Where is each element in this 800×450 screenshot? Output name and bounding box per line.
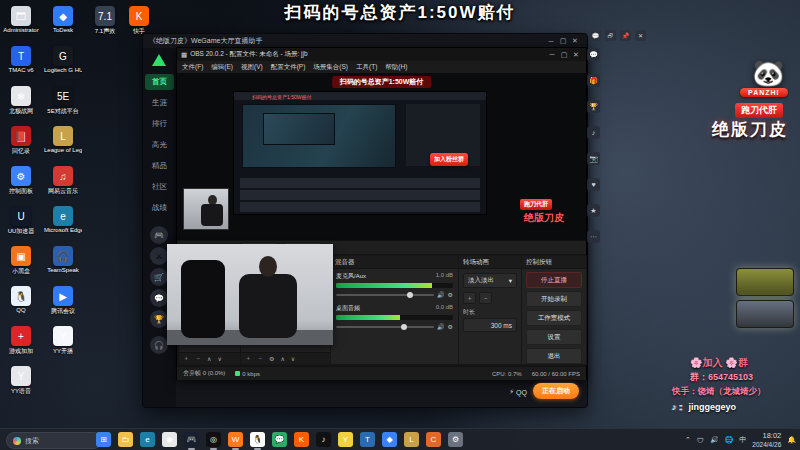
- desktop-icon-北极战网[interactable]: ❄北极战网: [2, 86, 40, 116]
- sidebar-item-精品[interactable]: 精品: [145, 158, 174, 174]
- add-scene-icon[interactable]: ＋: [183, 354, 189, 363]
- channel-settings-icon[interactable]: ⚙: [448, 323, 453, 330]
- volume-slider[interactable]: [336, 294, 434, 296]
- taskbar-icon-start[interactable]: ⊞: [96, 432, 111, 447]
- tray-shield-icon[interactable]: 🛡: [697, 437, 704, 444]
- source-up-icon[interactable]: ∧: [280, 355, 284, 362]
- app-titlebar[interactable]: 《绝版刀皮》WeGame大厅直播助手 ─ ▢ ✕: [143, 34, 587, 48]
- taskbar-clock[interactable]: 18:02 2024/4/26: [752, 432, 781, 448]
- tray-volume-icon[interactable]: 🔊: [710, 436, 719, 444]
- obs-minimize-icon[interactable]: ─: [546, 51, 558, 58]
- desktop-icon-网易云音乐[interactable]: ♫网易云音乐: [44, 166, 82, 196]
- desktop-icon-小黑盒[interactable]: ▣小黑盒: [2, 246, 40, 276]
- obs-control-button[interactable]: 开始录制: [526, 291, 582, 307]
- sidebar-item-排行[interactable]: 排行: [145, 116, 174, 132]
- transition-select[interactable]: 淡入淡出 ▾: [463, 273, 517, 288]
- taskbar-icon-todesk[interactable]: ◆: [382, 432, 397, 447]
- obs-menu-item[interactable]: 视图(V): [241, 63, 263, 72]
- taskbar-icon-yy[interactable]: Y: [338, 432, 353, 447]
- obs-close-icon[interactable]: ✕: [570, 51, 582, 59]
- add-transition-icon[interactable]: ＋: [463, 292, 476, 304]
- source-properties-icon[interactable]: ⚙: [269, 355, 274, 362]
- remove-scene-icon[interactable]: －: [195, 354, 201, 363]
- channel-settings-icon[interactable]: ⚙: [448, 291, 453, 298]
- desktop-icon-游戏加加[interactable]: +游戏加加: [2, 326, 40, 356]
- desktop-icon-Logitech G HUB[interactable]: GLogitech G HUB: [44, 46, 82, 73]
- app-close-icon[interactable]: ✕: [569, 37, 581, 45]
- chat-icon[interactable]: 💬: [150, 289, 168, 307]
- rank-icon[interactable]: 🏆: [587, 100, 600, 113]
- desktop-icon-腾讯会议[interactable]: ▶腾讯会议: [44, 286, 82, 316]
- desktop-icon-Microsoft Edge[interactable]: eMicrosoft Edge: [44, 206, 82, 233]
- obs-control-button[interactable]: 工作室模式: [526, 310, 582, 326]
- obs-menu-item[interactable]: 场景集合(S): [313, 63, 348, 72]
- taskbar-icon-kuaishou[interactable]: K: [294, 432, 309, 447]
- scene-up-icon[interactable]: ∧: [207, 355, 211, 362]
- sidebar-item-生涯[interactable]: 生涯: [145, 95, 174, 111]
- gift-icon[interactable]: 🎁: [587, 74, 600, 87]
- desktop-icon-QQ[interactable]: 🐧QQ: [2, 286, 40, 313]
- taskbar-icon-chrome-browser[interactable]: ◉: [162, 432, 177, 447]
- taskbar-icon-cs2[interactable]: C: [426, 432, 441, 447]
- remove-source-icon[interactable]: －: [257, 354, 263, 363]
- more-icon[interactable]: ⋯: [587, 230, 600, 243]
- music-icon[interactable]: ♪: [587, 126, 600, 139]
- taskbar-icon-steam[interactable]: 🎮: [184, 432, 199, 447]
- obs-menu-item[interactable]: 配置文件(P): [271, 63, 306, 72]
- headset-icon[interactable]: 🎧: [150, 336, 168, 354]
- game-icon[interactable]: 🎮: [150, 226, 168, 244]
- speaker-icon[interactable]: 🔊: [437, 291, 445, 298]
- app-maximize-icon[interactable]: ▢: [557, 37, 569, 45]
- taskbar-icon-obs-studio[interactable]: ◎: [206, 432, 221, 447]
- taskbar-icon-settings[interactable]: ⚙: [448, 432, 463, 447]
- tray-language-indicator[interactable]: 中: [739, 435, 746, 445]
- taskbar-icon-wegame[interactable]: W: [228, 432, 243, 447]
- sidebar-item-首页[interactable]: 首页: [145, 74, 174, 90]
- window-icon[interactable]: 🗗: [605, 30, 616, 41]
- sidebar-item-高光[interactable]: 高光: [145, 137, 174, 153]
- obs-maximize-icon[interactable]: ▢: [558, 51, 570, 59]
- desktop-icon-YY开播[interactable]: YYY开播: [44, 326, 82, 356]
- desktop-icon-回忆录[interactable]: 📕回忆录: [2, 126, 40, 156]
- taskbar-icon-qq[interactable]: 🐧: [250, 432, 265, 447]
- desktop-icon-UU加速器[interactable]: UUU加速器: [2, 206, 40, 236]
- desktop-icon-TeamSpeak[interactable]: 🎧TeamSpeak: [44, 246, 82, 273]
- taskbar-icon-league-of-legends[interactable]: L: [404, 432, 419, 447]
- shop-icon[interactable]: 🛒: [150, 268, 168, 286]
- pin-icon[interactable]: 📌: [620, 30, 631, 41]
- taskbar-icon-teamspeak[interactable]: T: [360, 432, 375, 447]
- obs-menu-item[interactable]: 工具(T): [356, 63, 377, 72]
- taskbar-icon-douyin[interactable]: ♪: [316, 432, 331, 447]
- sidebar-item-社区[interactable]: 社区: [145, 179, 174, 195]
- obs-menu-item[interactable]: 编辑(E): [211, 63, 233, 72]
- obs-menu-item[interactable]: 帮助(H): [385, 63, 407, 72]
- tray-notification-icon[interactable]: 🔔: [787, 436, 796, 444]
- camera-icon[interactable]: 📷: [587, 152, 600, 165]
- obs-control-button[interactable]: 设置: [526, 329, 582, 345]
- heart-icon[interactable]: ♥: [587, 178, 600, 191]
- taskbar-icon-wechat[interactable]: 💬: [272, 432, 287, 447]
- tray-chevron-icon[interactable]: ⌃: [685, 436, 691, 444]
- close-icon[interactable]: ✕: [635, 30, 646, 41]
- trophy-icon[interactable]: 🏆: [150, 310, 168, 328]
- add-source-icon[interactable]: ＋: [245, 354, 251, 363]
- app-minimize-icon[interactable]: ─: [545, 38, 557, 45]
- obs-menu-item[interactable]: 文件(F): [182, 63, 203, 72]
- transition-duration-input[interactable]: 300 ms: [463, 318, 517, 332]
- sidebar-item-战绩[interactable]: 战绩: [145, 200, 174, 216]
- qq-quick-launch[interactable]: ⚡ QQ: [509, 388, 527, 396]
- desktop-icon-5E对战平台[interactable]: 5E5E对战平台: [44, 86, 82, 116]
- remove-transition-icon[interactable]: －: [479, 292, 492, 304]
- desktop-icon-控制面板[interactable]: ⚙控制面板: [2, 166, 40, 196]
- taskbar-icon-file-explorer[interactable]: 🗀: [118, 432, 133, 447]
- start-game-button[interactable]: 正在启动: [533, 383, 579, 399]
- star-icon[interactable]: ★: [587, 204, 600, 217]
- obs-titlebar[interactable]: ▦ OBS 20.0.2 - 配置文件: 未命名 - 场景: jjb ─ ▢ ✕: [177, 48, 586, 61]
- obs-preview-canvas[interactable]: 扫码的号总资产1:50W赔付 扫码的号总资产1:50W赔付 加入粉丝群 跑刀代肝…: [177, 73, 586, 240]
- taskbar-search[interactable]: 搜索: [6, 432, 102, 449]
- obs-control-button[interactable]: 退出: [526, 348, 582, 364]
- desktop-icon-YY语音[interactable]: YYY语音: [2, 366, 40, 396]
- taskbar-icon-edge-browser[interactable]: e: [140, 432, 155, 447]
- chat-icon[interactable]: 💬: [587, 48, 600, 61]
- desktop-icon-League of Legends[interactable]: LLeague of Legends: [44, 126, 82, 153]
